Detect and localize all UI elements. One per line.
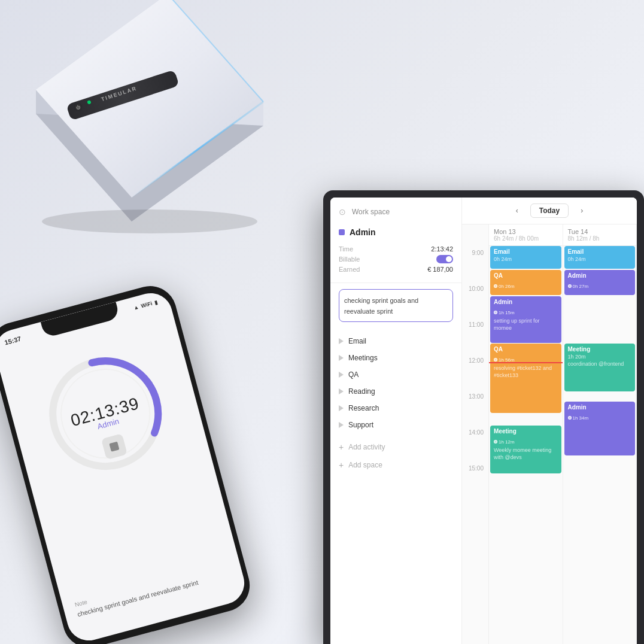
day-header-mon: Mon 13 6h 24m / 8h 00m (489, 224, 563, 246)
time-slot-10: 10:00 (462, 285, 488, 321)
billable-toggle[interactable] (436, 255, 453, 263)
day-hours-mon: 6h 24m / 8h 00m (494, 235, 558, 242)
activity-item-meetings[interactable]: Meetings (330, 350, 461, 366)
activity-play-qa (339, 372, 344, 378)
stop-icon (109, 442, 119, 452)
day-events-mon: Email 0h 24m QA 0h 26m Adm (489, 246, 563, 644)
laptop-container: ⊙ Work space Admin Time 2:13:42 Billable (323, 190, 644, 644)
activity-label-email: Email (348, 337, 366, 345)
time-slot-9: 9:00 (462, 250, 488, 285)
event-email-mon[interactable]: Email 0h 24m (490, 246, 561, 269)
activity-label-reading: Reading (348, 387, 375, 396)
activity-play-email (339, 338, 344, 344)
workspace-icon: ⊙ (339, 207, 348, 217)
activity-play-research (339, 405, 344, 411)
day-name-tue: Tue 14 (568, 228, 632, 235)
time-label: Time (339, 245, 353, 253)
event-email-tue[interactable]: Email 0h 24m (564, 246, 636, 269)
day-column-mon: Mon 13 6h 24m / 8h 00m Email 0h 24m (489, 224, 563, 644)
add-space-item[interactable]: + Add space (330, 456, 461, 474)
activity-label-research: Research (348, 404, 379, 412)
event-admin-tue-2[interactable]: Admin 1h 34m (564, 402, 636, 455)
day-hours-tue: 8h 12m / 8h (568, 235, 632, 242)
phone-status-icons: ▲ WiFi ▮ (133, 299, 158, 311)
event-admin-mon-1[interactable]: Admin 1h 15m setting up sprint for momee (490, 296, 561, 343)
calendar-header: ‹ Today › (462, 198, 637, 224)
svg-point-13 (42, 209, 257, 233)
add-space-label: Add space (348, 461, 382, 469)
wifi-icon: WiFi (141, 300, 153, 309)
earned-label: Earned (339, 266, 360, 273)
stat-billable-row: Billable (339, 255, 453, 263)
signal-icon: ▲ (133, 304, 139, 311)
svg-marker-4 (36, 0, 263, 198)
activity-item-reading[interactable]: Reading (330, 383, 461, 400)
billable-label: Billable (339, 256, 360, 263)
today-button[interactable]: Today (530, 203, 569, 218)
day-events-tue: Email 0h 24m Admin 0h 27m (563, 246, 637, 644)
stat-time-row: Time 2:13:42 (339, 245, 453, 253)
stat-earned-row: Earned € 187,00 (339, 266, 453, 273)
timeular-device: ⏻ TIMEULAR (0, 0, 287, 251)
event-qa-mon-1[interactable]: QA 0h 26m (490, 270, 561, 295)
earned-value: € 187,00 (427, 266, 453, 273)
time-slot-11: 11:00 (462, 321, 488, 357)
event-admin-tue-1[interactable]: Admin 0h 27m (564, 270, 636, 295)
activity-label-qa: QA (348, 370, 359, 379)
calendar-next-btn[interactable]: › (576, 205, 588, 217)
activity-play-meetings (339, 355, 344, 361)
laptop-screen: ⊙ Work space Admin Time 2:13:42 Billable (330, 198, 637, 644)
activity-item-email[interactable]: Email (330, 333, 461, 350)
event-qa-mon-2[interactable]: QA 1h 56m resolving #ticket132 and #tick… (490, 344, 561, 413)
add-space-icon: + (339, 460, 344, 470)
activity-item-support[interactable]: Support (330, 417, 461, 433)
add-activity-icon: + (339, 442, 344, 452)
workspace-header: ⊙ Work space (330, 205, 461, 223)
time-slot-12: 12:00 (462, 357, 488, 393)
phone-clock: 15:37 (4, 335, 22, 347)
activity-label-support: Support (348, 421, 373, 429)
event-meeting-tue[interactable]: Meeting 1h 20m coordination @frontend (564, 344, 636, 391)
admin-color-dot (339, 229, 345, 235)
time-value: 2:13:42 (431, 245, 453, 253)
calendar-prev-btn[interactable]: ‹ (511, 205, 523, 217)
activity-label-meetings: Meetings (348, 354, 378, 362)
sidebar-note-box[interactable]: checking sprint goals and reevaluate spr… (339, 289, 453, 322)
event-meeting-mon[interactable]: Meeting 1h 12m Weekly momee meeting with… (490, 426, 561, 473)
activity-item-qa[interactable]: QA (330, 366, 461, 383)
activity-play-reading (339, 388, 344, 394)
add-activity-label: Add activity (348, 443, 385, 451)
time-slot-14: 14:00 (462, 429, 488, 465)
activities-list: Email Meetings QA Reading (330, 328, 461, 438)
sidebar-note-text: checking sprint goals and reevaluate spr… (344, 297, 418, 315)
workspace-title: Work space (352, 208, 390, 216)
day-column-tue: Tue 14 8h 12m / 8h Email 0h 24m (563, 224, 637, 644)
phone-note-section: Note checking sprint goals and reevaluat… (74, 561, 232, 619)
sidebar: ⊙ Work space Admin Time 2:13:42 Billable (330, 198, 462, 644)
laptop-frame: ⊙ Work space Admin Time 2:13:42 Billable (323, 190, 644, 644)
days-container: Mon 13 6h 24m / 8h 00m Email 0h 24m (489, 224, 637, 644)
activity-play-support (339, 422, 344, 428)
admin-label: Admin (350, 227, 376, 237)
time-column: 9:00 10:00 11:00 12:00 13:00 14:00 15:00 (462, 224, 489, 644)
time-slot-13: 13:00 (462, 393, 488, 429)
stats-section: Time 2:13:42 Billable Earned € 187,00 (330, 242, 461, 283)
time-slot-15: 15:00 (462, 465, 488, 501)
battery-icon: ▮ (154, 299, 158, 306)
activity-item-research[interactable]: Research (330, 400, 461, 417)
calendar-body: 9:00 10:00 11:00 12:00 13:00 14:00 15:00 (462, 224, 637, 644)
day-header-tue: Tue 14 8h 12m / 8h (563, 224, 637, 246)
admin-section: Admin (330, 223, 461, 242)
calendar-area: ‹ Today › 9:00 10:00 11:00 12:00 13:00 1… (462, 198, 637, 644)
current-time-indicator: 12:16 (489, 362, 563, 363)
add-activity-item[interactable]: + Add activity (330, 438, 461, 456)
timer-circle-container: 02:13:39 Admin (32, 341, 179, 487)
day-name-mon: Mon 13 (494, 228, 558, 235)
